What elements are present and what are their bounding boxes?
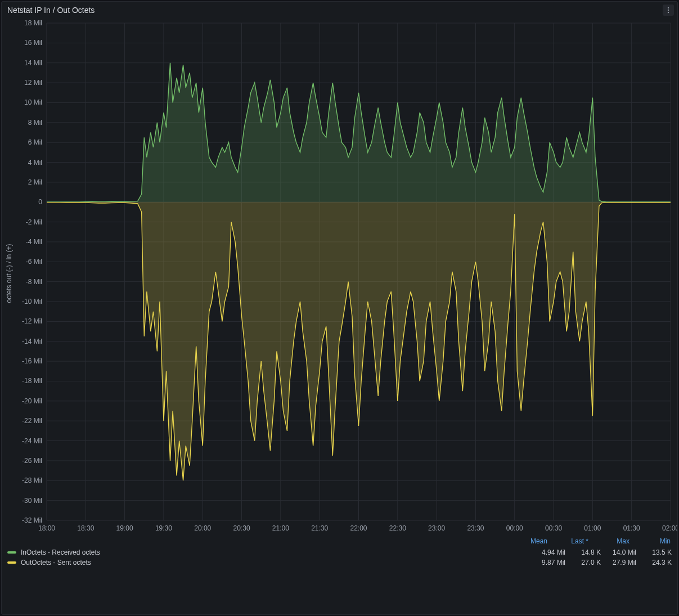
svg-text:4 Mil: 4 Mil — [28, 159, 42, 167]
svg-text:-16 Mil: -16 Mil — [22, 357, 42, 365]
svg-text:8 Mil: 8 Mil — [28, 119, 42, 127]
svg-text:18:30: 18:30 — [77, 524, 94, 532]
legend-max-out: 27.9 Mil — [605, 559, 636, 566]
svg-text:19:30: 19:30 — [155, 524, 172, 532]
panel: Netstat IP In / Out Octets octets out (-… — [1, 1, 678, 615]
svg-text:21:30: 21:30 — [311, 524, 328, 532]
svg-text:00:00: 00:00 — [506, 524, 523, 532]
svg-text:10 Mil: 10 Mil — [24, 98, 42, 106]
svg-text:20:00: 20:00 — [194, 524, 211, 532]
legend-swatch-in — [7, 551, 16, 554]
svg-text:-32 Mil: -32 Mil — [22, 516, 42, 524]
svg-text:00:30: 00:30 — [545, 524, 562, 532]
svg-text:16 Mil: 16 Mil — [24, 39, 42, 47]
svg-text:-2 Mil: -2 Mil — [26, 218, 42, 226]
svg-point-2 — [668, 12, 669, 13]
chart-area[interactable]: octets out (-) / in (+) -32 Mil-30 Mil-2… — [2, 19, 677, 536]
svg-text:23:00: 23:00 — [428, 524, 445, 532]
svg-text:-20 Mil: -20 Mil — [22, 397, 42, 405]
svg-text:18 Mil: 18 Mil — [24, 19, 42, 27]
svg-text:-14 Mil: -14 Mil — [22, 338, 42, 345]
svg-text:0: 0 — [38, 198, 42, 206]
legend-mean-out: 9.87 Mil — [534, 559, 565, 566]
svg-text:-28 Mil: -28 Mil — [22, 476, 42, 484]
svg-text:-30 Mil: -30 Mil — [22, 497, 42, 505]
svg-text:-26 Mil: -26 Mil — [22, 457, 42, 465]
svg-text:2 Mil: 2 Mil — [28, 178, 42, 186]
legend-last-out: 27.0 K — [570, 559, 601, 566]
svg-text:-24 Mil: -24 Mil — [22, 437, 42, 445]
svg-text:-10 Mil: -10 Mil — [22, 298, 42, 305]
svg-text:-4 Mil: -4 Mil — [26, 238, 42, 246]
svg-text:02:00: 02:00 — [662, 524, 677, 532]
legend-col-last[interactable]: Last * — [557, 537, 588, 545]
svg-text:01:00: 01:00 — [584, 524, 601, 532]
legend-min-in: 13.5 K — [641, 548, 672, 556]
svg-point-1 — [668, 10, 669, 11]
svg-text:22:00: 22:00 — [350, 524, 367, 532]
legend-col-min[interactable]: Min — [640, 537, 671, 545]
legend: Mean Last * Max Min InOctets - Received … — [2, 536, 677, 571]
svg-text:14 Mil: 14 Mil — [24, 59, 42, 67]
legend-min-out: 24.3 K — [641, 559, 672, 566]
svg-text:-6 Mil: -6 Mil — [26, 258, 42, 266]
svg-text:19:00: 19:00 — [116, 524, 133, 532]
svg-text:-8 Mil: -8 Mil — [26, 278, 42, 286]
svg-text:18:00: 18:00 — [38, 524, 55, 532]
svg-text:23:30: 23:30 — [467, 524, 484, 532]
svg-text:12 Mil: 12 Mil — [24, 79, 42, 87]
legend-last-in: 14.8 K — [570, 548, 601, 556]
legend-col-mean[interactable]: Mean — [516, 537, 547, 545]
svg-text:21:00: 21:00 — [272, 524, 289, 532]
legend-max-in: 14.0 Mil — [605, 548, 636, 556]
panel-header: Netstat IP In / Out Octets — [2, 2, 677, 19]
svg-text:22:30: 22:30 — [389, 524, 406, 532]
legend-label-out: OutOctets - Sent octets — [21, 559, 530, 566]
legend-label-in: InOctets - Received octets — [21, 548, 530, 556]
svg-text:-12 Mil: -12 Mil — [22, 317, 42, 325]
legend-header: Mean Last * Max Min — [7, 536, 672, 547]
svg-text:-18 Mil: -18 Mil — [22, 377, 42, 385]
panel-title: Netstat IP In / Out Octets — [7, 6, 95, 15]
svg-text:20:30: 20:30 — [233, 524, 250, 532]
legend-swatch-out — [7, 561, 16, 564]
svg-point-0 — [668, 7, 669, 8]
legend-mean-in: 4.94 Mil — [534, 548, 565, 556]
more-vert-icon — [664, 6, 672, 14]
chart-svg: -32 Mil-30 Mil-28 Mil-26 Mil-24 Mil-22 M… — [2, 19, 677, 536]
legend-col-max[interactable]: Max — [599, 537, 629, 545]
legend-row-out[interactable]: OutOctets - Sent octets 9.87 Mil 27.0 K … — [7, 557, 672, 568]
legend-row-in[interactable]: InOctets - Received octets 4.94 Mil 14.8… — [7, 547, 672, 557]
svg-text:6 Mil: 6 Mil — [28, 138, 42, 146]
svg-text:-22 Mil: -22 Mil — [22, 417, 42, 425]
svg-text:01:30: 01:30 — [623, 524, 640, 532]
panel-menu-button[interactable] — [663, 5, 674, 16]
